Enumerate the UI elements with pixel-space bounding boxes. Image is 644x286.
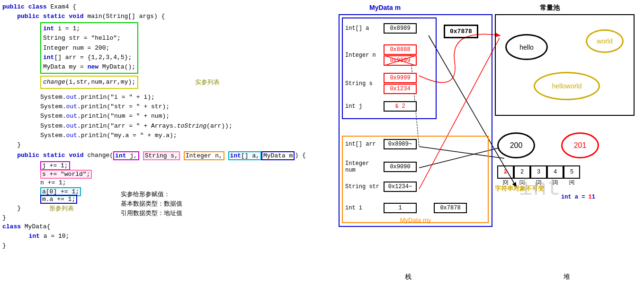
val-string-s-2: 0x1234 xyxy=(384,84,417,94)
val-int-arr-a: 0x8989 xyxy=(384,23,417,34)
change-sig: public static void change( xyxy=(2,151,113,160)
mydata-field: int a = 10; xyxy=(21,232,306,241)
label-int-j: int j xyxy=(345,103,381,110)
mydata-close: } xyxy=(2,241,306,251)
code-line-4: String str = "hello"; xyxy=(43,34,135,43)
code-line-2: public static void main(String[] args) { xyxy=(2,12,306,21)
code-line-6: int[] arr = {1,2,3,4,5}; xyxy=(43,53,135,62)
val-string-str: 0x1234~ xyxy=(384,182,417,192)
stack-box: int[] a 0x8989 Integer n 0x8888 0x9999 xyxy=(339,14,492,227)
param-s-box: String s, xyxy=(143,151,180,160)
array-values-row: 2 2 3 4 5 xyxy=(497,165,580,179)
row-integer-num: Integer num 0x9090 xyxy=(345,160,417,173)
label-string-s: String s xyxy=(345,80,381,87)
row-int-i: int i 1 0x7878 xyxy=(345,203,467,213)
code-line-7: MyData my = new MyData(); xyxy=(43,62,135,72)
arr-val-2: 3 xyxy=(530,165,547,179)
label-integer-n: Integer n xyxy=(345,52,381,59)
code-line-5: Integer num = 200; xyxy=(43,43,135,53)
row-int-arr-a: int[] a 0x8989 xyxy=(345,23,417,34)
annotation-actual-params: 实参列表 xyxy=(195,78,220,87)
annotation-formal-params: 形参列表 xyxy=(49,204,74,213)
val-int-i-addr: 0x7878 xyxy=(434,203,467,213)
label-int-arr-a: int[] a xyxy=(345,25,381,32)
arr-val-3: 4 xyxy=(547,165,564,179)
println-arr: System.out.println("arr = " + Arrays.toS… xyxy=(40,121,306,131)
row-string-str: String str 0x1234~ xyxy=(345,182,417,192)
change-call: change xyxy=(43,78,65,86)
code-block: public class Exam4 { public static void … xyxy=(2,2,306,251)
hello-oval: hello xyxy=(505,34,548,60)
close-change: } xyxy=(2,204,21,213)
code-panel: public class Exam4 { public static void … xyxy=(0,0,336,286)
n-stmt: n += 1; xyxy=(40,179,66,186)
param-j-box: int j, xyxy=(113,151,139,160)
row-string-s: String s 0x9999 0x1234 xyxy=(345,73,417,94)
j-stmt-box: j += 1; xyxy=(40,161,70,170)
annotation-basic: 基本数据类型：数据值 xyxy=(121,199,306,208)
string-immutable-annotation: 字符串对象不可变 xyxy=(495,184,544,193)
svg-line-6 xyxy=(384,55,417,66)
mydata-my-inner-box: int[] arr 0x8989~ Integer num 0x9090 Str… xyxy=(342,136,489,223)
label-string-str: String str xyxy=(345,183,381,190)
mydata-m-title: MyData m xyxy=(369,4,401,11)
row-integer-n: Integer n 0x8888 0x9999 xyxy=(345,44,417,66)
heap-label: 堆 xyxy=(564,273,570,281)
label-int-i: int i xyxy=(345,205,381,211)
j-new-val: 2 xyxy=(402,103,405,110)
row-int-j: int j 1 2 xyxy=(345,101,417,112)
helloworld-oval: helloworld xyxy=(534,72,600,100)
mydata-m-inner-box: int[] a 0x8989 Integer n 0x8888 0x9999 xyxy=(342,17,437,119)
int-a-val-label: int a = 11 xyxy=(561,194,595,200)
row-int-arr-arr: int[] arr 0x8989~ xyxy=(345,139,417,149)
code-line-1: public class Exam4 { xyxy=(2,2,306,12)
val-integer-n-container: 0x8888 0x9999 xyxy=(384,44,417,66)
code-line-3: int i = 1; xyxy=(43,24,135,34)
param-m-box: MyData m xyxy=(261,151,295,160)
println-str: System.out.println("str = " + str); xyxy=(40,102,306,112)
arr-val-0: 2 xyxy=(497,165,514,179)
arr-idx-3: [3] xyxy=(547,180,564,185)
val-string-s-1: 0x9999 xyxy=(384,73,417,83)
m-stmt-box: m.a += 1; xyxy=(40,195,77,204)
j-old-val: 1 xyxy=(395,103,398,110)
label-int-arr-arr: int[] arr xyxy=(345,141,381,147)
constant-pool-title: 常量池 xyxy=(540,4,560,12)
close-main: } xyxy=(2,140,306,150)
mydata-class: class MyData{ xyxy=(2,222,306,232)
println-num: System.out.println("num = " + num); xyxy=(40,112,306,121)
array-container: 2 2 3 4 5 [0] [1] [2] [3] [4] xyxy=(497,165,580,185)
world-oval: world xyxy=(586,29,624,53)
mydata-m-value-box: 0x7878 xyxy=(444,25,478,38)
num-201-oval: 201 xyxy=(561,132,599,158)
val-int-j: 1 2 xyxy=(384,101,417,112)
val-int-arr-arr: 0x8989~ xyxy=(384,139,417,149)
arr-val-1: 2 xyxy=(514,165,530,179)
val-integer-n-1: 0x8888 xyxy=(384,44,417,55)
label-integer-num: Integer num xyxy=(345,160,381,173)
val-string-s-container: 0x9999 0x1234 xyxy=(384,73,417,94)
heap-box: 200 201 2 2 3 4 5 [0] [1] [2] [3] [4] in… xyxy=(495,123,635,227)
stack-label: 栈 xyxy=(405,273,411,281)
arr-idx-4: [4] xyxy=(564,180,580,185)
val-integer-num: 0x9090 xyxy=(384,162,417,172)
param-a-box: int[] a, xyxy=(228,151,261,160)
constant-pool-box: hello world helloworld xyxy=(495,14,635,116)
annotation-actual-formal: 实参给形参赋值： xyxy=(121,190,306,199)
num-200-oval: 200 xyxy=(497,132,535,158)
svg-line-5 xyxy=(384,55,417,66)
println-i: System.out.println("i = " + i); xyxy=(40,93,306,102)
val-integer-n-2: 0x9999 xyxy=(384,55,417,66)
annotations-block: 实参给形参赋值： 基本数据类型：数据值 引用数据类型：地址值 xyxy=(121,190,306,217)
val-int-i: 1 xyxy=(384,203,417,213)
println-mya: System.out.println("my.a = " + my.a); xyxy=(40,131,306,140)
annotation-ref: 引用数据类型：地址值 xyxy=(121,209,306,217)
arr-val-4: 5 xyxy=(564,165,580,179)
diagram-panel: MyData m 常量池 int[] a 0x8989 Integer n 0x… xyxy=(336,0,644,286)
param-n-box: Integer n, xyxy=(184,151,224,160)
s-stmt-box: s += "world"; xyxy=(40,170,92,179)
